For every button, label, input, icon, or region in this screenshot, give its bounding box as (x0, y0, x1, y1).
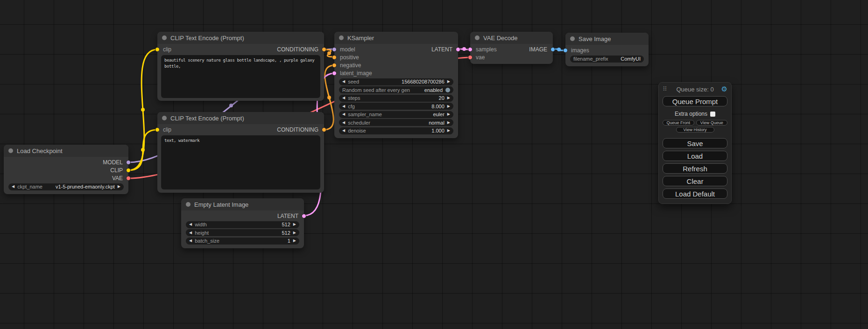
increment-arrow-icon[interactable]: ▶ (447, 80, 450, 84)
slot-row: LATENT (181, 212, 304, 220)
increment-arrow-icon[interactable]: ▶ (447, 129, 450, 133)
widget-width[interactable]: ◀ width 512 ▶ (186, 221, 299, 228)
increment-arrow-icon[interactable]: ▶ (447, 105, 450, 108)
link-midpoint-dot[interactable] (557, 48, 561, 51)
node-collapse-dot-icon[interactable] (339, 35, 344, 40)
input-slot-samples[interactable] (468, 47, 473, 52)
view-queue-button[interactable]: View Queue (696, 120, 728, 126)
prompt-textarea[interactable]: beautiful scenery nature glass bottle la… (161, 55, 320, 98)
decrement-arrow-icon[interactable]: ◀ (342, 105, 345, 108)
save-button[interactable]: Save (663, 138, 727, 148)
decrement-arrow-icon[interactable]: ◀ (189, 231, 192, 235)
clear-button[interactable]: Clear (663, 176, 727, 186)
output-slot-latent[interactable] (456, 47, 460, 52)
link-midpoint-dot[interactable] (462, 47, 466, 51)
decrement-arrow-icon[interactable]: ◀ (12, 185, 14, 189)
increment-arrow-icon[interactable]: ▶ (118, 185, 120, 189)
input-slot-clip[interactable] (155, 47, 160, 52)
node-header[interactable]: Empty Latent Image (181, 198, 304, 210)
widget-random-seed-toggle[interactable]: Random seed after every gen enabled (339, 86, 453, 93)
widget-batch-size[interactable]: ◀ batch_size 1 ▶ (186, 238, 299, 245)
node-load-checkpoint[interactable]: Load Checkpoint MODEL CLIP VAE ◀ ckpt_na… (4, 145, 128, 194)
input-slot-positive[interactable] (332, 55, 337, 60)
node-header[interactable]: Load Checkpoint (4, 145, 128, 157)
node-vae-decode[interactable]: VAE Decode samples IMAGE vae (470, 32, 553, 64)
node-collapse-dot-icon[interactable] (162, 35, 167, 40)
node-title: Save Image (579, 35, 611, 42)
input-slot-vae[interactable] (468, 55, 473, 60)
widget-value: 512 (282, 230, 290, 236)
increment-arrow-icon[interactable]: ▶ (293, 223, 296, 226)
output-slot-clip[interactable] (126, 168, 131, 173)
input-slot-clip[interactable] (155, 127, 160, 132)
node-collapse-dot-icon[interactable] (570, 36, 575, 41)
node-clip-text-encode-positive[interactable]: CLIP Text Encode (Prompt) clip CONDITION… (157, 32, 324, 101)
decrement-arrow-icon[interactable]: ◀ (189, 239, 192, 243)
input-slot-images[interactable] (563, 48, 568, 53)
widget-height[interactable]: ◀ height 512 ▶ (186, 229, 299, 236)
decrement-arrow-icon[interactable]: ◀ (342, 112, 345, 116)
widget-seed[interactable]: ◀ seed 156680208700286 ▶ (339, 78, 453, 85)
increment-arrow-icon[interactable]: ▶ (447, 121, 450, 125)
prompt-textarea[interactable]: text, watermark (161, 135, 320, 189)
queue-prompt-button[interactable]: Queue Prompt (663, 96, 727, 106)
node-header[interactable]: CLIP Text Encode (Prompt) (157, 112, 324, 124)
increment-arrow-icon[interactable]: ▶ (447, 112, 450, 116)
output-slot-conditioning[interactable] (322, 47, 326, 52)
link-midpoint-dot[interactable] (327, 96, 331, 99)
widget-name: cfg (348, 104, 429, 109)
increment-arrow-icon[interactable]: ▶ (293, 231, 296, 235)
node-clip-text-encode-negative[interactable]: CLIP Text Encode (Prompt) clip CONDITION… (157, 112, 324, 193)
node-save-image[interactable]: Save Image images filename_prefix ComfyU… (565, 33, 649, 66)
output-slot-conditioning[interactable] (322, 127, 326, 132)
load-default-button[interactable]: Load Default (663, 189, 727, 199)
output-slot-latent[interactable] (302, 214, 306, 218)
extra-options-checkbox[interactable] (710, 112, 715, 117)
settings-gear-icon[interactable]: ⚙ (721, 85, 727, 93)
toggle-knob-icon[interactable] (445, 88, 450, 92)
view-history-button[interactable]: View History (676, 127, 714, 133)
node-collapse-dot-icon[interactable] (475, 35, 480, 40)
load-button[interactable]: Load (663, 151, 727, 161)
node-header[interactable]: CLIP Text Encode (Prompt) (157, 32, 324, 44)
node-collapse-dot-icon[interactable] (186, 202, 191, 207)
decrement-arrow-icon[interactable]: ◀ (342, 129, 345, 133)
widget-value: euler (433, 112, 444, 117)
widget-ckpt-name[interactable]: ◀ ckpt_name v1-5-pruned-emaonly.ckpt ▶ (8, 183, 124, 190)
widget-denoise[interactable]: ◀ denoise 1.000 ▶ (339, 127, 453, 134)
link-midpoint-dot[interactable] (141, 148, 145, 152)
refresh-button[interactable]: Refresh (663, 163, 727, 174)
decrement-arrow-icon[interactable]: ◀ (342, 80, 345, 84)
link-midpoint-dot[interactable] (141, 108, 145, 112)
queue-front-button[interactable]: Queue Front (663, 120, 694, 126)
widget-steps[interactable]: ◀ steps 20 ▶ (339, 95, 453, 102)
link-midpoint-dot[interactable] (327, 51, 331, 55)
output-slot-vae[interactable] (126, 176, 131, 181)
input-label-latent-image: latent_image (340, 70, 372, 77)
queue-actions-row: Queue Front View Queue (663, 120, 727, 126)
output-slot-image[interactable] (550, 47, 555, 52)
increment-arrow-icon[interactable]: ▶ (293, 239, 296, 243)
input-slot-negative[interactable] (332, 63, 337, 68)
widget-cfg[interactable]: ◀ cfg 8.000 ▶ (339, 103, 453, 110)
input-slot-latent-image[interactable] (332, 71, 337, 76)
node-ksampler[interactable]: KSampler model LATENT positive negative … (334, 32, 458, 138)
widget-filename-prefix[interactable]: filename_prefix ComfyUI (570, 56, 644, 63)
node-empty-latent-image[interactable]: Empty Latent Image LATENT ◀ width 512 ▶ … (181, 198, 304, 248)
node-header[interactable]: KSampler (334, 32, 458, 44)
decrement-arrow-icon[interactable]: ◀ (342, 96, 345, 100)
node-header[interactable]: VAE Decode (470, 32, 553, 44)
link-midpoint-dot[interactable] (229, 104, 233, 107)
menu-drag-handle-icon[interactable]: ⠿ (663, 85, 667, 92)
node-graph-canvas[interactable]: Load Checkpoint MODEL CLIP VAE ◀ ckpt_na… (0, 0, 868, 329)
node-header[interactable]: Save Image (565, 33, 649, 45)
decrement-arrow-icon[interactable]: ◀ (189, 223, 192, 226)
widget-sampler-name[interactable]: ◀ sampler_name euler ▶ (339, 111, 453, 118)
node-collapse-dot-icon[interactable] (162, 116, 167, 120)
input-slot-model[interactable] (332, 47, 337, 52)
output-slot-model[interactable] (126, 160, 131, 165)
node-collapse-dot-icon[interactable] (8, 148, 13, 153)
decrement-arrow-icon[interactable]: ◀ (342, 121, 345, 125)
widget-scheduler[interactable]: ◀ scheduler normal ▶ (339, 119, 453, 126)
increment-arrow-icon[interactable]: ▶ (447, 96, 450, 100)
